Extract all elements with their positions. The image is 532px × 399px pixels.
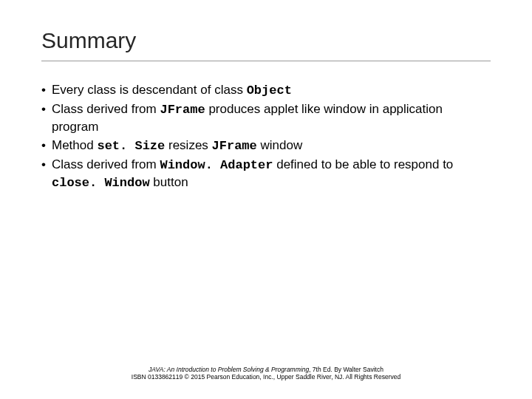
slide: Summary Every class is descendant of cla… bbox=[0, 0, 532, 192]
footer-line2: ISBN 0133862119 © 2015 Pearson Education… bbox=[0, 373, 532, 381]
code-span: Window. Adapter bbox=[160, 158, 273, 172]
bullet-text: Method bbox=[52, 138, 97, 152]
bullet-text: resizes bbox=[165, 138, 211, 152]
bullet-text: Every class is descendant of class bbox=[52, 83, 247, 97]
code-span: JFrame bbox=[212, 139, 257, 153]
bullet-text: button bbox=[150, 175, 188, 189]
list-item: Method set. Size resizes JFrame window bbox=[41, 137, 491, 155]
list-item: Every class is descendant of class Objec… bbox=[41, 82, 491, 100]
list-item: Class derived from JFrame produces apple… bbox=[41, 101, 491, 136]
bullet-text: defined to be able to respond to bbox=[273, 157, 453, 171]
page-title: Summary bbox=[41, 28, 491, 61]
code-span: close. Window bbox=[52, 176, 150, 190]
footer-line1: JAVA: An Introduction to Problem Solving… bbox=[0, 366, 532, 374]
footer-text: , 7th Ed. By Walter Savitch bbox=[309, 366, 383, 373]
bullet-text: Class derived from bbox=[52, 157, 160, 171]
list-item: Class derived from Window. Adapter defin… bbox=[41, 157, 491, 192]
footer: JAVA: An Introduction to Problem Solving… bbox=[0, 366, 532, 381]
bullet-text: window bbox=[257, 138, 302, 152]
code-span: Object bbox=[247, 83, 292, 98]
code-span: JFrame bbox=[160, 103, 205, 117]
footer-book-title: JAVA: An Introduction to Problem Solving… bbox=[149, 366, 309, 373]
bullet-text: Class derived from bbox=[52, 102, 160, 116]
bullet-list: Every class is descendant of class Objec… bbox=[41, 82, 491, 192]
code-span: set. Size bbox=[97, 139, 165, 153]
